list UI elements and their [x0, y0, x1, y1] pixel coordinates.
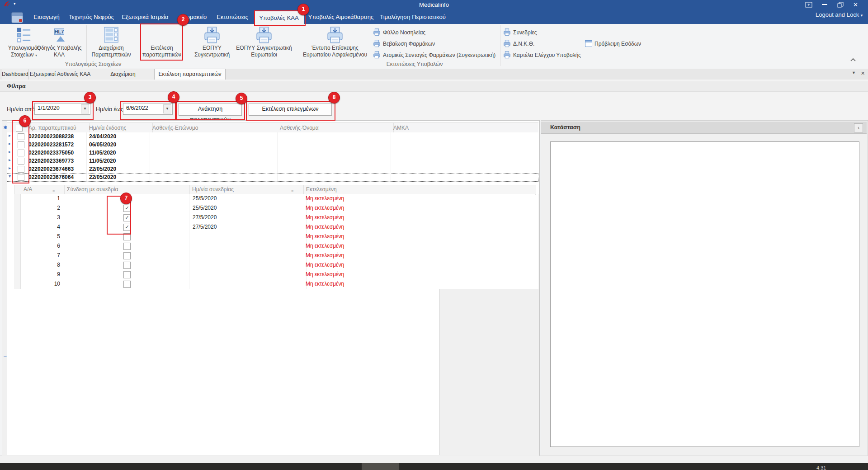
ribbon-button-ektelesi-parapemptikon[interactable]: Εκτέλεση παραπεμπτικών	[135, 25, 189, 67]
session-checkbox[interactable]	[123, 243, 131, 250]
tab-ektelesi-parapemptikon[interactable]: Εκτέλεση παραπεμπτικών✕	[154, 69, 226, 80]
expand-icon[interactable]: ▸	[9, 149, 11, 154]
tab-list-dropdown-icon[interactable]: ▼	[852, 70, 856, 75]
menu-tab-eksoterika-iatreia[interactable]: Εξωτερικά Ιατρεία	[118, 10, 172, 24]
chevron-down-icon[interactable]: ▼	[81, 104, 89, 113]
expand-icon[interactable]: ▸	[9, 133, 11, 138]
printer-icon	[373, 40, 381, 50]
session-date	[189, 279, 307, 289]
session-row[interactable]: 9 Μη εκτελεσμένη	[14, 270, 535, 280]
printer-icon	[203, 26, 221, 44]
session-row[interactable]: 8 Μη εκτελεσμένη	[14, 260, 535, 270]
table-row[interactable]: ▸ 022020023369773 11/05/2020	[7, 157, 538, 165]
expand-icon[interactable]: ▸	[9, 157, 11, 162]
session-checkbox[interactable]: ✓	[123, 205, 131, 212]
logout-and-lock[interactable]: Logout and Lock ▾	[816, 11, 863, 18]
collapse-ribbon-icon[interactable]	[850, 57, 856, 63]
table-row[interactable]: ▸ 022020023281572 06/05/2020	[7, 141, 538, 149]
detail-row-indicator	[14, 270, 21, 279]
patient-surname	[150, 173, 278, 181]
tab-diaxeirisi-parapemptikon[interactable]: Διαχείριση Παραπεμπτικών	[92, 69, 154, 80]
collapse-icon[interactable]: ▾	[9, 174, 11, 179]
row-checkbox[interactable]	[18, 158, 24, 164]
column-header[interactable]: Ασθενής-Όνομα	[277, 123, 394, 133]
session-checkbox[interactable]	[123, 252, 131, 259]
session-row[interactable]: 4 ✓ 27/5/2020 Μη εκτελεσμένη	[14, 222, 535, 232]
detail-row-indicator	[14, 241, 21, 251]
tabstrip-close-icon[interactable]: ✕	[861, 70, 865, 76]
medicalinfo-window: ▾ Medicalinfo ✕ Εισαγωγή Τεχνητός Νεφρός…	[0, 0, 868, 470]
row-checkbox[interactable]	[18, 150, 24, 156]
session-checkbox[interactable]	[123, 262, 131, 269]
column-header[interactable]: Ημ/νία συνεδρίας≡	[189, 185, 304, 194]
ribbon-button-fyllo-nosileias[interactable]: Φύλλο Νοσηλείας	[373, 28, 425, 37]
menu-tab-ypovoles-aimokatharsis[interactable]: Υποβολές Αιμοκάθαρσης	[307, 10, 375, 24]
session-checkbox[interactable]	[123, 233, 131, 240]
ribbon-button-kartela-elegxou[interactable]: Καρτέλα Ελέγχου Υποβολής	[503, 51, 581, 60]
session-checkbox[interactable]	[123, 281, 131, 288]
ribbon-options-icon[interactable]	[805, 1, 813, 8]
row-checkbox[interactable]	[18, 174, 24, 181]
session-row[interactable]: 3 ✓ 27/5/2020 Μη εκτελεσμένη	[14, 213, 535, 223]
column-header[interactable]: Ημ/νία έκδοσης	[86, 123, 153, 133]
column-header[interactable]: Α/Α≡	[21, 185, 65, 194]
session-row[interactable]: 6 Μη εκτελεσμένη	[14, 241, 535, 251]
table-row-focused[interactable]: ▾ 022020023676064 22/05/2020	[7, 173, 538, 182]
restore-icon[interactable]	[837, 1, 844, 8]
session-row[interactable]: 2 ✓ 25/5/2020 Μη εκτελεσμένη	[14, 203, 535, 213]
ribbon-button-atomikes-syntages[interactable]: Ατομικές Συνταγές Φαρμάκων (Συγκεντρωτικ…	[373, 51, 495, 60]
execute-selected-button[interactable]: Εκτέλεση επιλεγμένων	[249, 103, 332, 116]
show-desktop-divider[interactable]	[865, 464, 865, 470]
row-checkbox[interactable]	[18, 133, 24, 140]
date-to-input[interactable]: 6/6/2022▼	[123, 103, 173, 115]
column-header[interactable]: Ασθενής-Επώνυμο	[150, 123, 280, 133]
session-row[interactable]: 7 Μη εκτελεσμένη	[14, 251, 535, 261]
column-header[interactable]: Αρ. παραπεμπτικού	[26, 123, 90, 133]
session-row[interactable]: 5 Μη εκτελεσμένη	[14, 232, 535, 242]
ribbon-button-provlepsi-esodon[interactable]: Πρόβλεψη Εσόδων	[585, 39, 641, 48]
fetch-referrals-button[interactable]: Ανάκτηση παραπεμπτικών	[179, 103, 242, 116]
application-icon[interactable]	[11, 12, 23, 23]
session-checkbox[interactable]	[123, 271, 131, 278]
session-checkbox[interactable]: ✓	[123, 224, 131, 231]
date-to-label: Ημ/νία έως	[96, 105, 123, 114]
expand-icon[interactable]: ▸	[9, 141, 11, 146]
table-row[interactable]: ▸ 022020023674663 22/05/2020	[7, 165, 538, 174]
column-header[interactable]: Εκτελεσμένη	[303, 185, 536, 194]
referrals-list-icon	[103, 26, 120, 44]
date-from-input[interactable]: 1/1/2020▼	[34, 103, 90, 115]
table-row[interactable]: ▸ 022020023088238 24/04/2020	[7, 132, 538, 141]
menu-tab-ektyposeis[interactable]: Εκτυπώσεις	[213, 10, 251, 24]
chevron-down-icon[interactable]: ▼	[163, 104, 171, 113]
close-icon[interactable]: ✕	[853, 1, 858, 8]
windows-taskbar[interactable]: 4:31	[0, 463, 868, 470]
session-row[interactable]: 1 ✓ 25/5/2020 Μη εκτελεσμένη	[14, 194, 535, 204]
amka	[391, 173, 538, 181]
taskbar-active-app[interactable]	[362, 463, 399, 470]
ribbon-button-vevaiosi-farmakon[interactable]: Βεβαίωση Φαρμάκων	[373, 39, 435, 48]
menu-tab-ypovoles-kaa[interactable]: Υποβολές ΚΑΑ	[254, 10, 304, 25]
menu-tab-timologisi-peristatikou[interactable]: Τιμολόγηση Περιστατικού	[377, 10, 448, 24]
expand-icon[interactable]: ▸	[9, 165, 11, 170]
session-checkbox[interactable]: ✓	[123, 214, 131, 221]
ribbon-button-entypo-episkepsis[interactable]: Έντυπο Επίσκεψης Ευρωπαίου Ασφαλισμένου	[301, 25, 369, 67]
status-strip	[0, 456, 868, 463]
session-index: 4	[20, 222, 64, 232]
tab-eksoterikoi-astheneis[interactable]: Εξωτερικοί Ασθενείς ΚΑΑ	[28, 69, 92, 80]
table-row[interactable]: ▸ 022020023375050 11/05/2020	[7, 149, 538, 157]
ribbon-button-eopyy-sygkentrotiki-eyropaioi[interactable]: ΕΟΠΥΥ Συγκεντρωτική Ευρωπαίοι	[232, 25, 296, 67]
date-from-label: Ημ/νία από	[7, 105, 35, 114]
ribbon-button-synedries[interactable]: Συνεδρίες	[503, 28, 537, 37]
collapse-panel-icon[interactable]: ‹	[854, 123, 863, 132]
tab-dashboard[interactable]: Dashboard	[2, 69, 28, 80]
column-header[interactable]: ΑΜΚΑ	[391, 123, 541, 133]
session-row[interactable]: 10 Μη εκτελεσμένη	[14, 279, 535, 289]
minimize-icon[interactable]	[822, 4, 827, 5]
ribbon-button-dnkth[interactable]: Δ.Ν.Κ.Θ.	[503, 39, 534, 48]
row-checkbox[interactable]	[18, 141, 24, 148]
menu-tab-texnitos-nefros[interactable]: Τεχνητός Νεφρός	[66, 10, 117, 24]
session-link-cell: ✓	[64, 203, 189, 213]
row-checkbox[interactable]	[18, 166, 24, 173]
menu-tab-eisagogi[interactable]: Εισαγωγή	[28, 10, 65, 24]
ribbon-button-eopyy-sygkentrotiki[interactable]: ΕΟΠΥΥ Συγκεντρωτική	[185, 25, 239, 67]
